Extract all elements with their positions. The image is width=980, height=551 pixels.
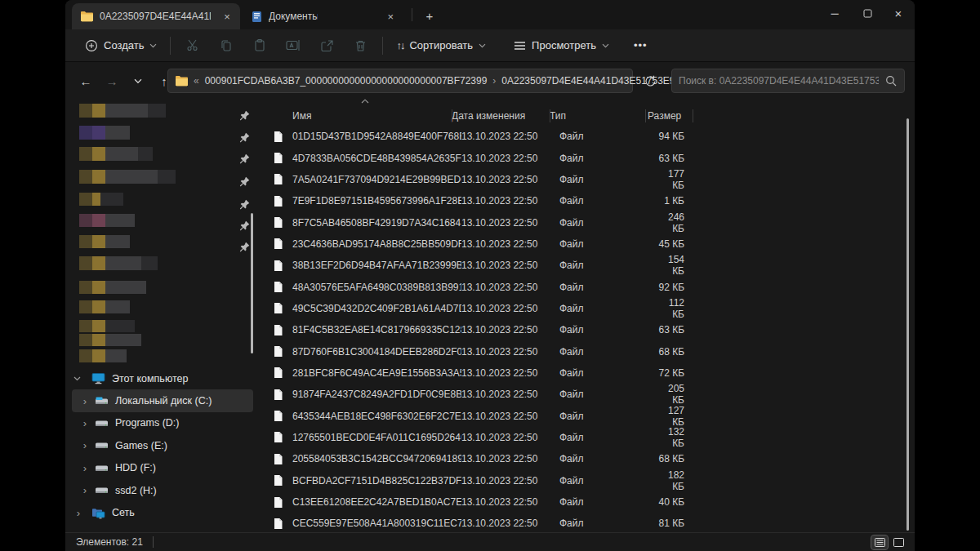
column-divider[interactable] (645, 109, 646, 122)
sidebar-item-drive[interactable]: ›Локальный диск (C:) (72, 389, 253, 411)
sidebar-item-this-pc[interactable]: Этот компьютер (72, 367, 253, 389)
chevron-right-icon[interactable]: › (80, 417, 90, 429)
share-button[interactable] (314, 33, 339, 58)
maximize-button[interactable] (851, 0, 884, 26)
file-row[interactable]: CEC559E97E508A41A800319C11EC7E6F13.10.20… (260, 513, 915, 534)
close-button[interactable]: × (882, 0, 915, 26)
chevron-right-icon[interactable]: › (80, 462, 90, 474)
breadcrumb-segment-parent[interactable]: 000901FCDAB6A3B7_00000000000000000000000… (205, 75, 488, 87)
censored-item[interactable] (79, 281, 146, 294)
address-bar[interactable]: « 000901FCDAB6A3B7_000000000000000000000… (167, 69, 633, 93)
refresh-button[interactable] (639, 70, 662, 91)
file-name: 91874FA2437C8249A2FD1DF0C9E8BF49 (292, 389, 461, 400)
censored-item[interactable] (79, 235, 130, 248)
copy-button[interactable] (214, 33, 238, 58)
minimize-button[interactable]: ─ (818, 0, 851, 26)
new-tab-button[interactable]: + (420, 7, 439, 24)
chevron-right-icon[interactable]: › (74, 507, 83, 519)
file-row[interactable]: 38B13EF2D6D94B47AFAA71B23999B46413.10.20… (260, 255, 915, 276)
tab-close-icon[interactable]: × (222, 8, 232, 24)
file-size: 45 КБ (657, 238, 684, 250)
file-row[interactable]: C13EE61208EE2C42A7BED1B0AC7E88CF13.10.20… (260, 491, 915, 513)
file-row[interactable]: 8F7C5AB46508BF42919D7A34C168417913.10.20… (260, 211, 915, 233)
file-name: 205584053B3C1542BCC947206941891F (292, 453, 461, 464)
censored-item[interactable] (79, 349, 127, 362)
sidebar-item-drive[interactable]: ›Games (E:) (72, 434, 253, 456)
file-date: 13.10.2023 22:50 (461, 153, 559, 164)
sidebar-item-drive[interactable]: ›HDD (F:) (72, 457, 253, 479)
file-row[interactable]: 49C5C39D432D2C409F2B1A61A4D7DEE013.10.20… (260, 298, 915, 319)
file-row[interactable]: 23C4636BAD95174A8B8C25BB509DF57413.10.20… (260, 233, 915, 255)
sidebar-item-network[interactable]: › Сеть (72, 501, 253, 523)
censored-item[interactable] (79, 214, 135, 227)
large-icons-view-button[interactable] (890, 535, 906, 549)
file-list: 01D15D437B1D9542A8849E400F768EE413.10.20… (260, 126, 915, 535)
censored-item[interactable] (79, 193, 123, 206)
breadcrumb-overflow-icon[interactable]: « (194, 75, 199, 87)
search-input[interactable] (672, 75, 885, 87)
censored-item[interactable] (79, 300, 130, 313)
file-row[interactable]: 205584053B3C1542BCC947206941891F13.10.20… (260, 448, 915, 469)
censored-item[interactable] (79, 320, 135, 332)
column-header-date[interactable]: Дата изменения (452, 110, 550, 122)
tab-folder[interactable]: 0A2235097D4E4E44A41D43E51753E947 × (72, 3, 240, 29)
file-date: 13.10.2023 22:50 (461, 282, 559, 293)
file-row[interactable]: 4D7833BA056CDE48B439854A2635F07D13.10.20… (260, 147, 915, 168)
censored-item[interactable] (79, 104, 166, 118)
column-header-type[interactable]: Тип (550, 110, 648, 122)
back-button[interactable]: ← (75, 70, 96, 91)
file-row[interactable]: 281BFC8F6C49AC4EA9E1556B3A3A557613.10.20… (260, 362, 915, 384)
file-name: CEC559E97E508A41A800319C11EC7E6F (292, 518, 461, 529)
forward-button[interactable]: → (101, 70, 122, 91)
recent-locations-button[interactable] (127, 70, 149, 91)
cut-button[interactable] (180, 33, 205, 58)
sidebar-item-drive[interactable]: ›Programs (D:) (72, 412, 253, 434)
censored-block (105, 320, 135, 332)
file-icon (273, 173, 292, 185)
chevron-right-icon[interactable]: › (80, 439, 90, 451)
column-header-size[interactable]: Размер (648, 110, 675, 122)
pin-icon (239, 199, 251, 211)
details-view-button[interactable] (871, 535, 888, 549)
chevron-right-icon[interactable]: › (80, 395, 90, 407)
file-date: 13.10.2023 22:50 (461, 174, 559, 185)
censored-item[interactable] (79, 126, 130, 140)
delete-button[interactable] (348, 33, 372, 58)
censored-block (92, 320, 105, 332)
new-button[interactable]: Создать (77, 33, 165, 58)
file-row[interactable]: 01D15D437B1D9542A8849E400F768EE413.10.20… (260, 126, 915, 147)
file-size: 112 КБ (657, 297, 684, 320)
censored-item[interactable] (79, 334, 141, 346)
file-size: 182 КБ (657, 469, 684, 492)
tab-documents[interactable]: Документы × (243, 3, 407, 29)
file-row[interactable]: 6435344AEB18EC498F6302E6F2C7EFFB13.10.20… (260, 405, 915, 426)
censored-block (92, 147, 105, 161)
sidebar-item-drive[interactable]: ›ssd2 (H:) (72, 479, 253, 501)
sort-button[interactable]: ↑↓ Сортировать (388, 33, 494, 58)
rename-button[interactable] (281, 33, 305, 58)
column-divider[interactable] (550, 109, 550, 122)
file-list-scrollbar[interactable] (906, 118, 909, 531)
censored-item[interactable] (79, 170, 176, 184)
chevron-down-icon[interactable] (74, 376, 83, 381)
tab-close-icon[interactable]: × (383, 8, 399, 24)
censored-block (79, 193, 92, 206)
censored-item[interactable] (79, 147, 153, 161)
file-row[interactable]: 81F4C5B32EA8E14C8179669335C128B713.10.20… (260, 319, 915, 340)
file-row[interactable]: 91874FA2437C8249A2FD1DF0C9E8BF4913.10.20… (260, 384, 915, 405)
file-row[interactable]: 7E9F1D8E97151B4595673996A1F28E5013.10.20… (260, 190, 915, 211)
file-row[interactable]: 12765501BECD0E4FA011C1695D26463513.10.20… (260, 427, 915, 448)
file-row[interactable]: 87D760F6B1C3004184DEEB286D2F031F13.10.20… (260, 340, 915, 362)
column-divider[interactable] (452, 109, 452, 122)
column-header-name[interactable]: Имя (292, 110, 452, 122)
chevron-right-icon[interactable]: › (80, 484, 90, 496)
sidebar-scrollbar[interactable] (251, 213, 253, 353)
more-options-button[interactable]: ••• (626, 33, 656, 58)
view-button[interactable]: Просмотреть (506, 33, 617, 58)
censored-item[interactable] (79, 256, 158, 270)
file-row[interactable]: 7A5A0241F737094D9214E29B99BED6A513.10.20… (260, 169, 915, 190)
column-divider[interactable] (693, 109, 693, 122)
file-row[interactable]: 48A30576E5AFA6498C0389B813B9917C13.10.20… (260, 276, 915, 297)
file-row[interactable]: BCFBDA2CF7151D4B825C122B37DFAD7213.10.20… (260, 470, 915, 491)
paste-button[interactable] (247, 33, 272, 58)
